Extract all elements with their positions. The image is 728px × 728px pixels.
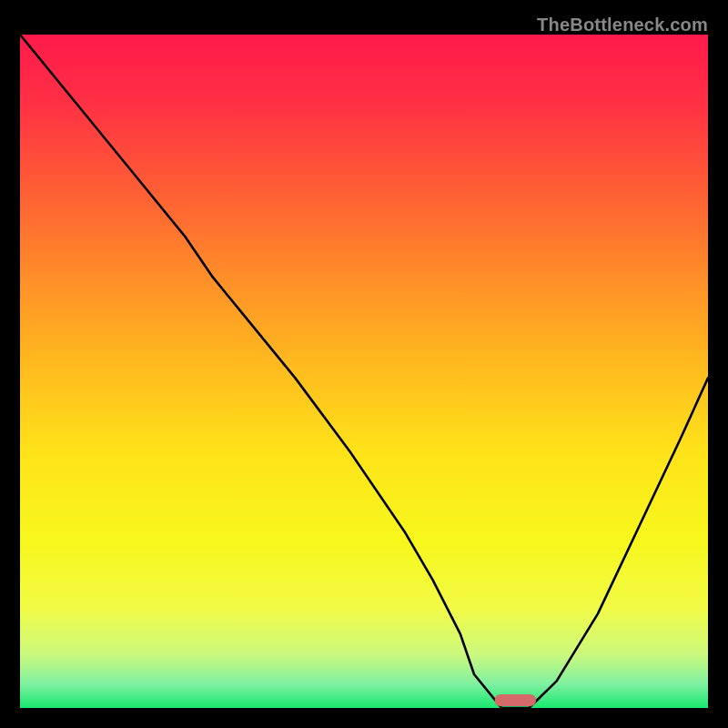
chart-frame: TheBottleneck.com (15, 15, 713, 713)
watermark-text: TheBottleneck.com (537, 15, 708, 35)
optimal-marker (495, 694, 536, 706)
plot-area (20, 35, 708, 708)
bottleneck-chart (20, 35, 708, 708)
gradient-background (20, 35, 708, 708)
